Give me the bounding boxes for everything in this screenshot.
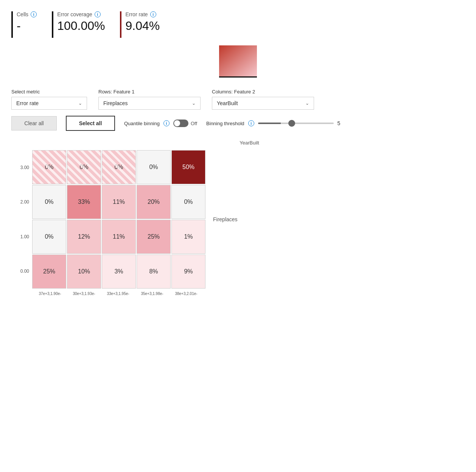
quantile-toggle-container: Off (173, 120, 197, 127)
error-coverage-bar (52, 11, 53, 38)
table-row[interactable]: 20% (137, 185, 171, 219)
matrix-row-header: Fireplaces (205, 150, 238, 289)
table-row[interactable]: 8% (137, 255, 171, 289)
select-metric-value: Error rate (16, 100, 39, 106)
cells-info-icon[interactable]: i (31, 11, 37, 17)
error-coverage-label-text: Error coverage (57, 11, 92, 17)
columns-feature-group: Columns: Feature 2 YearBuilt ⌄ (212, 89, 314, 110)
matrix-section: YearBuilt 3.00 2.00 1.00 0.00 0% 0% 0% 0… (11, 140, 465, 297)
table-row[interactable]: 9% (171, 255, 205, 289)
error-rate-bar (120, 11, 121, 38)
table-row[interactable]: 11% (102, 220, 136, 254)
binning-label: Binning threshold (206, 121, 244, 126)
table-row[interactable]: 33% (67, 185, 101, 219)
table-row[interactable]: 0% (32, 220, 66, 254)
quantile-label: Quantile binning (124, 121, 160, 126)
error-coverage-label: Error coverage i (57, 11, 105, 17)
matrix-x-axis: 37e+3,1.90e- 30e+3,1.93e- 33e+3,1.95e- 3… (33, 291, 465, 297)
table-row[interactable]: 1% (171, 220, 205, 254)
metrics-row: Cells i - Error coverage i 100.00% Error… (11, 8, 465, 38)
color-legend (219, 45, 257, 78)
y-label-2: 2.00 (11, 185, 29, 219)
cells-value: - (17, 19, 37, 33)
y-label-1: 1.00 (11, 220, 29, 254)
select-metric-label: Select metric (11, 89, 87, 95)
binning-slider[interactable] (258, 123, 334, 124)
binning-value: 5 (338, 120, 341, 126)
x-label-0: 37e+3,1.90e- (33, 291, 67, 297)
table-row[interactable]: 11% (102, 185, 136, 219)
table-row[interactable]: 25% (32, 255, 66, 289)
controls-row2: Clear all Select all Quantile binning i … (11, 116, 465, 131)
x-label-2: 33e+3,1.95e- (101, 291, 135, 297)
table-row[interactable]: 0% (67, 150, 101, 184)
toggle-thumb (174, 120, 180, 126)
x-label-4: 38e+3,2.01e- (169, 291, 203, 297)
matrix-y-axis: 3.00 2.00 1.00 0.00 (11, 150, 32, 289)
table-row[interactable]: 0% (137, 150, 171, 184)
y-label-0: 0.00 (11, 254, 29, 288)
error-rate-value: 9.04% (125, 19, 160, 33)
table-row[interactable]: 0% (32, 150, 66, 184)
table-row[interactable]: 3% (102, 255, 136, 289)
controls-section: Select metric Error rate ⌄ Rows: Feature… (11, 89, 465, 131)
quantile-off-label: Off (191, 121, 197, 126)
table-row[interactable]: 10% (67, 255, 101, 289)
rows-feature-dropdown[interactable]: Fireplaces ⌄ (98, 97, 201, 110)
quantile-binning-group: Quantile binning i Off (124, 120, 197, 127)
rows-feature-group: Rows: Feature 1 Fireplaces ⌄ (98, 89, 201, 110)
cells-label-text: Cells (17, 11, 28, 17)
x-label-3: 35e+3,1.98e- (135, 291, 169, 297)
error-rate-label: Error rate i (125, 11, 160, 17)
table-row[interactable]: 12% (67, 220, 101, 254)
select-metric-group: Select metric Error rate ⌄ (11, 89, 87, 110)
rows-feature-chevron-icon: ⌄ (192, 101, 196, 106)
matrix-grid: 0% 0% 0% 0% 50% 0% 33% 11% 20% 0% 0% 12%… (32, 150, 205, 289)
table-row[interactable]: 0% (102, 150, 136, 184)
rows-feature-label: Rows: Feature 1 (98, 89, 201, 95)
table-row[interactable]: 25% (137, 220, 171, 254)
error-rate-info-icon[interactable]: i (150, 11, 156, 17)
columns-feature-chevron-icon: ⌄ (305, 101, 309, 106)
x-label-1: 30e+3,1.93e- (67, 291, 101, 297)
columns-feature-dropdown[interactable]: YearBuilt ⌄ (212, 97, 314, 110)
table-row[interactable]: 50% (171, 150, 205, 184)
error-rate-label-text: Error rate (125, 11, 148, 17)
error-coverage-value: 100.00% (57, 19, 105, 33)
columns-feature-value: YearBuilt (217, 100, 238, 106)
clear-all-button[interactable]: Clear all (11, 116, 57, 130)
rows-feature-value: Fireplaces (103, 100, 128, 106)
columns-feature-label: Columns: Feature 2 (212, 89, 314, 95)
table-row[interactable]: 0% (171, 185, 205, 219)
controls-row1: Select metric Error rate ⌄ Rows: Feature… (11, 89, 465, 110)
color-legend-container (11, 45, 465, 78)
cells-bar (11, 11, 13, 38)
error-rate-metric: Error rate i 9.04% (120, 11, 160, 38)
select-all-button[interactable]: Select all (66, 116, 115, 131)
matrix-body: 3.00 2.00 1.00 0.00 0% 0% 0% 0% 50% 0% 3… (11, 150, 465, 289)
slider-container: 5 (258, 120, 341, 126)
cells-label: Cells i (17, 11, 37, 17)
error-coverage-info-icon[interactable]: i (95, 11, 101, 17)
binning-threshold-group: Binning threshold i 5 (206, 120, 340, 126)
matrix-col-header: YearBuilt (34, 140, 465, 146)
y-label-3: 3.00 (11, 151, 29, 185)
error-coverage-metric: Error coverage i 100.00% (52, 11, 105, 38)
cells-metric: Cells i - (11, 11, 37, 38)
select-metric-dropdown[interactable]: Error rate ⌄ (11, 97, 87, 110)
table-row[interactable]: 0% (32, 185, 66, 219)
quantile-info-icon[interactable]: i (163, 120, 170, 126)
binning-info-icon[interactable]: i (248, 120, 254, 126)
select-metric-chevron-icon: ⌄ (78, 101, 82, 106)
quantile-toggle[interactable] (173, 120, 188, 127)
